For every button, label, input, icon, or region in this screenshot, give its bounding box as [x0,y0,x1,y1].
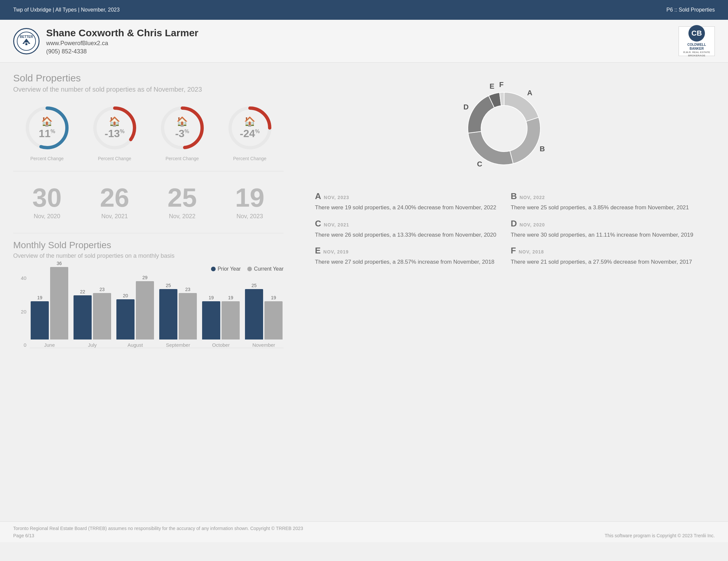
donut-label-D: D [463,103,469,111]
legend-desc-B: There were 25 sold properties, a 3.85% d… [511,203,693,212]
circle-value-2: -3% [175,128,189,140]
bar-current-value-3: 23 [185,287,191,292]
bar-prior-fill-1 [74,295,92,339]
circle-item-1: 🏠 -13% Percent Change [81,103,148,161]
cb-line4: BROKERAGE [683,54,710,57]
y-label-20: 20 [13,309,26,314]
agent-website: www.PowerofBluex2.ca [46,40,198,47]
bar-prior-fill-4 [202,301,220,339]
circle-value-3: -24% [240,128,259,140]
circle-house-3: 🏠 [244,116,256,127]
monthly-subtitle: Overview of the number of sold propertie… [13,253,284,260]
legend-current-item: Current Year [247,266,284,272]
legend-entry-B: B NOV, 2022 There were 25 sold propertie… [511,191,693,212]
year-item-1: 26 Nov, 2021 [81,185,148,220]
year-item-0: 30 Nov, 2020 [13,185,81,220]
circle-house-0: 🏠 [41,116,53,127]
year-label-2: Nov, 2022 [148,213,216,220]
y-label-40: 40 [13,275,26,281]
bar-current-fill-4 [222,301,240,339]
footer-disclaimer: Toronto Regional Real Estate Board (TRRE… [13,526,715,531]
bar-current-fill-1 [93,293,111,339]
circle-item-2: 🏠 -3% Percent Change [148,103,216,161]
bar-prior-value-1: 22 [80,289,85,294]
circle-value-1: -13% [105,128,124,140]
legend-desc-F: There were 21 sold properties, a 27.59% … [511,258,693,266]
bar-month-label-5: November [252,342,275,348]
legend-prior-item: Prior Year [211,266,241,272]
legend-letter-B: B [511,191,517,202]
bar-current-value-1: 23 [100,287,105,292]
legend-desc-A: There were 19 sold properties, a 24.00% … [315,203,498,212]
legend-letter-C: C [315,219,321,229]
year-item-3: 19 Nov, 2023 [216,185,284,220]
circle-label-0: Percent Change [30,156,64,161]
legend-month-B: NOV, 2022 [520,195,545,200]
legend-month-E: NOV, 2019 [323,249,349,255]
bar-prior-fill-0 [31,301,49,339]
bar-chart: 40 20 0 19 36 June 22 2 [13,275,284,361]
years-row: 30 Nov, 2020 26 Nov, 2021 25 Nov, 2022 1… [13,185,284,220]
bar-month-label-2: August [128,342,143,348]
legend-entry-C: C NOV, 2021 There were 26 sold propertie… [315,219,498,239]
agent-info-left: BETTER Shane Coxworth & Chris Larmer www… [13,27,198,55]
bar-prior-value-2: 20 [123,293,128,298]
footer-bottom: Page 6/13 This software program is Copyr… [13,533,715,538]
circles-row: 🏠 11% Percent Change 🏠 -13% Percent Chan… [13,103,284,172]
sold-properties-title: Sold Properties [13,73,284,84]
circle-value-0: 11% [39,128,55,140]
legend-letter-D: D [511,219,517,229]
legend-letter-F: F [511,246,516,256]
legend-current-label: Current Year [254,266,284,272]
cb-letter: CB [691,29,702,38]
bar-current-value-2: 29 [142,275,148,280]
bar-prior-value-4: 19 [209,295,214,300]
circle-label-1: Percent Change [98,156,131,161]
agent-name: Shane Coxworth & Chris Larmer [46,27,198,39]
bar-prior-fill-2 [116,299,135,339]
donut-label-F: F [499,80,503,89]
year-item-2: 25 Nov, 2022 [148,185,216,220]
legend-letter-E: E [315,246,320,256]
bar-current-value-4: 19 [228,295,233,300]
circle-label-2: Percent Change [166,156,199,161]
year-label-3: Nov, 2023 [216,213,284,220]
year-label-1: Nov, 2021 [81,213,148,220]
circle-item-0: 🏠 11% Percent Change [13,103,81,161]
year-number-0: 30 [13,185,81,211]
bar-prior-fill-3 [159,289,177,339]
cb-line3: R.M.R. REAL ESTATE [683,51,710,54]
bar-group-october: 19 19 October [201,295,241,348]
bar-group-august: 20 29 August [115,275,155,348]
legend-month-C: NOV, 2021 [324,222,349,228]
bar-month-label-4: October [212,342,229,348]
legend-entry-D: D NOV, 2020 There were 30 sold propertie… [511,219,693,239]
circle-house-2: 🏠 [176,116,188,127]
donut-segment-D [468,96,494,133]
legend-entry-A: A NOV, 2023 There were 19 sold propertie… [315,191,498,212]
header-left-title: Twp of Uxbridge | All Types | November, … [13,7,120,13]
bar-group-july: 22 23 July [73,287,112,348]
monthly-title: Monthly Sold Properties [13,240,284,251]
legend-entry-E: E NOV, 2019 There were 27 sold propertie… [315,246,498,266]
year-number-1: 26 [81,185,148,211]
legend-entry-F: F NOV, 2018 There were 21 sold propertie… [511,246,693,266]
donut-label-B: B [540,145,545,153]
year-number-3: 19 [216,185,284,211]
sold-properties-subtitle: Overview of the number of sold propertie… [13,86,284,93]
donut-segment-A [504,92,539,121]
donut-label-A: A [527,89,532,97]
bar-current-value-5: 19 [271,295,276,300]
legend-current-dot [247,267,252,271]
agent-logo: BETTER [13,28,40,54]
main-content: Sold Properties Overview of the number o… [0,63,728,521]
bar-current-fill-0 [50,267,68,339]
donut-label-E: E [490,82,495,90]
header-right-title: P6 :: Sold Properties [666,7,715,13]
legend-desc-E: There were 27 sold properties, a 28.57% … [315,258,498,266]
legend-desc-C: There were 26 sold properties, a 13.33% … [315,231,498,239]
donut-svg: ABCDEF [451,76,557,181]
agent-header: BETTER Shane Coxworth & Chris Larmer www… [0,20,728,63]
bar-month-label-3: September [166,342,190,348]
header-bar: Twp of Uxbridge | All Types | November, … [0,0,728,20]
